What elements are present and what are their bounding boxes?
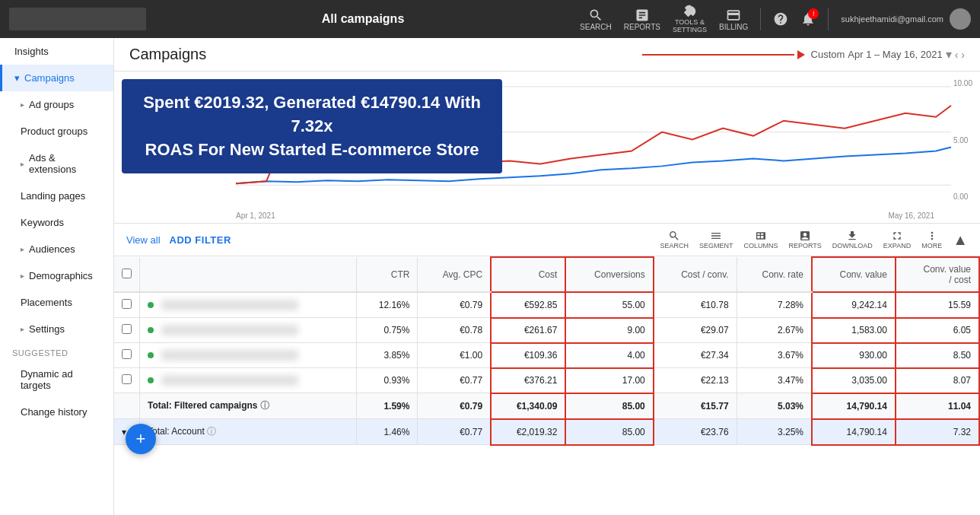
- landing-pages-label: Landing pages: [21, 190, 85, 202]
- sidebar-item-placements[interactable]: Placements: [0, 289, 113, 316]
- conv-value-cost-0: 15.59: [896, 292, 979, 318]
- campaign-name-blurred-1: [161, 325, 298, 335]
- status-dot-2: [148, 352, 154, 358]
- avg-cpc-2: €1.00: [418, 343, 491, 368]
- x-label-start: Apr 1, 2021: [236, 211, 275, 220]
- billing-nav-icon[interactable]: BILLING: [719, 8, 748, 31]
- sidebar-item-settings[interactable]: ▸ Settings: [0, 316, 113, 342]
- reports-toolbar-icon[interactable]: REPORTS: [789, 230, 822, 250]
- sidebar-item-ads-extensions[interactable]: ▸ Ads & extensions: [0, 145, 113, 183]
- campaign-name-1: [140, 318, 357, 343]
- total-filtered-checkbox: [114, 393, 140, 419]
- toolbar-icons: SEARCH SEGMENT COLUMNS REPORTS DOWNLOAD: [660, 230, 968, 250]
- total-filtered-ctr: 1.59%: [357, 393, 418, 419]
- fab-add-button[interactable]: +: [126, 424, 156, 454]
- more-toolbar-icon[interactable]: MORE: [921, 230, 942, 250]
- sidebar-item-landing-pages[interactable]: Landing pages: [0, 183, 113, 209]
- table-header-row: CTR Avg. CPC Cost Conversions Cost / con…: [114, 257, 979, 292]
- row-checkbox-1[interactable]: [114, 318, 140, 343]
- campaign-name-3: [140, 368, 357, 393]
- campaigns-label: Campaigns: [24, 72, 75, 84]
- download-toolbar-label: DOWNLOAD: [832, 242, 873, 250]
- notification-icon[interactable]: !: [800, 11, 816, 27]
- table-row: 0.75% €0.78 €261.67 9.00 €29.07 2.67% 1,…: [114, 318, 979, 343]
- conv-value-cost-2: 8.50: [896, 343, 979, 368]
- download-toolbar-icon[interactable]: DOWNLOAD: [832, 230, 873, 250]
- total-account-cost-conv: €23.76: [654, 419, 737, 445]
- help-icon[interactable]: [773, 11, 788, 27]
- cost-1: €261.67: [491, 318, 565, 343]
- row-checkbox-0[interactable]: [114, 292, 140, 318]
- sidebar-item-ad-groups[interactable]: ▸ Ad groups: [0, 91, 113, 118]
- sidebar-item-campaigns[interactable]: ▾ Campaigns: [0, 65, 113, 91]
- sidebar-item-audiences[interactable]: ▸ Audiences: [0, 236, 113, 262]
- conv-rate-3: 3.47%: [737, 368, 812, 393]
- audiences-label: Audiences: [29, 243, 75, 255]
- search-label: SEARCH: [580, 23, 612, 31]
- user-email: sukhjeethamidi@gmail.com: [841, 14, 943, 24]
- data-table: CTR Avg. CPC Cost Conversions Cost / con…: [114, 256, 980, 446]
- row-checkbox-3[interactable]: [114, 368, 140, 393]
- row-checkbox-2[interactable]: [114, 343, 140, 368]
- add-filter-button[interactable]: ADD FILTER: [170, 234, 231, 246]
- sidebar-item-dynamic-ad-targets[interactable]: Dynamic ad targets: [0, 361, 113, 399]
- avg-cpc-3: €0.77: [418, 368, 491, 393]
- sidebar-item-demographics[interactable]: ▸ Demographics: [0, 262, 113, 289]
- header-checkbox[interactable]: [114, 257, 140, 292]
- total-account-conversions: 85.00: [565, 419, 653, 445]
- banner-line2: ROAS For New Started E-commerce Store: [140, 138, 484, 162]
- conversions-2: 4.00: [565, 343, 653, 368]
- chart-container: Spent €2019.32, Generated €14790.14 With…: [114, 72, 980, 224]
- top-navigation: All campaigns SEARCH REPORTS TOOLS &SETT…: [0, 0, 980, 38]
- fab-icon: +: [136, 429, 146, 449]
- search-toolbar-label: SEARCH: [660, 242, 689, 250]
- avg-cpc-0: €0.79: [418, 292, 491, 318]
- sidebar-item-product-groups[interactable]: Product groups: [0, 118, 113, 145]
- columns-toolbar-icon[interactable]: COLUMNS: [743, 230, 778, 250]
- expand-toolbar-icon[interactable]: EXPAND: [883, 230, 911, 250]
- sidebar-item-change-history[interactable]: Change history: [0, 399, 113, 425]
- red-arrow: [642, 50, 805, 59]
- user-area[interactable]: sukhjeethamidi@gmail.com: [841, 8, 971, 30]
- search-toolbar-icon[interactable]: SEARCH: [660, 230, 689, 250]
- header-conv-value-cost: Conv. value/ cost: [896, 257, 979, 292]
- status-dot-3: [148, 377, 154, 383]
- expand-toolbar-label: EXPAND: [883, 242, 911, 250]
- segment-toolbar-label: SEGMENT: [699, 242, 733, 250]
- total-filtered-cost-conv: €15.77: [654, 393, 737, 419]
- ctr-1: 0.75%: [357, 318, 418, 343]
- total-account-avg-cpc: €0.77: [418, 419, 491, 445]
- sidebar-item-insights[interactable]: Insights: [0, 38, 113, 65]
- collapse-toolbar-icon[interactable]: ▲: [953, 231, 968, 249]
- arrow-audiences: ▸: [21, 245, 24, 253]
- status-dot-0: [148, 302, 154, 308]
- dynamic-ad-targets-label: Dynamic ad targets: [21, 368, 101, 391]
- sidebar-item-keywords[interactable]: Keywords: [0, 209, 113, 236]
- total-account-conv-rate: 3.25%: [737, 419, 812, 445]
- reports-nav-icon[interactable]: REPORTS: [624, 8, 660, 31]
- campaigns-header: Campaigns Custom Apr 1 – May 16, 2021 ▾ …: [114, 38, 980, 72]
- keywords-label: Keywords: [21, 217, 64, 228]
- date-next-icon[interactable]: ›: [961, 49, 965, 61]
- user-avatar: [950, 8, 971, 30]
- chart-x-labels: Apr 1, 2021 May 16, 2021: [236, 211, 934, 220]
- date-prev-icon[interactable]: ‹: [955, 49, 959, 61]
- segment-toolbar-icon[interactable]: SEGMENT: [699, 230, 733, 250]
- campaigns-table: CTR Avg. CPC Cost Conversions Cost / con…: [114, 256, 980, 446]
- conversions-3: 17.00: [565, 368, 653, 393]
- status-dot-1: [148, 327, 154, 333]
- view-all-link[interactable]: View all: [126, 234, 161, 246]
- nav-icons: SEARCH REPORTS TOOLS &SETTINGS BILLING !: [580, 4, 971, 34]
- conv-value-3: 3,035.00: [812, 368, 896, 393]
- search-nav-icon[interactable]: SEARCH: [580, 8, 612, 31]
- tools-nav-icon[interactable]: TOOLS &SETTINGS: [673, 4, 707, 34]
- table-toolbar: View all ADD FILTER SEARCH SEGMENT COLUM…: [114, 224, 980, 256]
- select-all-checkbox[interactable]: [122, 269, 132, 278]
- page-title: All campaigns: [152, 12, 574, 26]
- placements-label: Placements: [21, 297, 72, 308]
- columns-toolbar-label: COLUMNS: [743, 242, 778, 250]
- cost-per-conv-1: €29.07: [654, 318, 737, 343]
- arrow-demographics: ▸: [21, 272, 24, 280]
- total-filtered-row: Total: Filtered campaigns ⓘ 1.59% €0.79 …: [114, 393, 979, 419]
- date-selector[interactable]: Custom Apr 1 – May 16, 2021 ▾ ‹ ›: [811, 47, 965, 62]
